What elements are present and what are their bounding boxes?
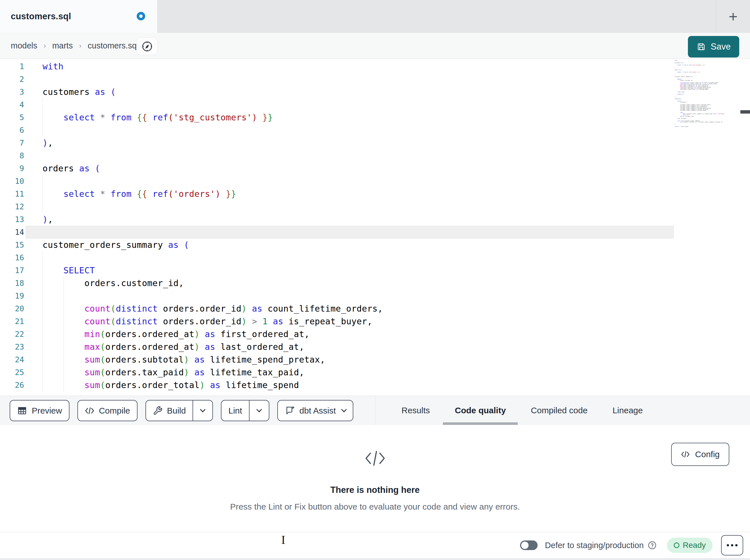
code-icon [681,451,690,458]
dbt-assist-button[interactable]: dbt Assist [277,400,353,421]
line-number: 4 [0,98,24,111]
breadcrumb: models›marts›customers.sql [11,33,138,59]
ide-status-badge[interactable]: Ready [667,538,713,553]
help-icon[interactable] [648,541,657,550]
line-number: 23 [0,340,24,353]
code-line[interactable]: 17 SELECT [0,264,674,277]
save-button[interactable]: Save [688,36,739,58]
code-line[interactable]: 18 orders.customer_id, [0,277,674,290]
breadcrumb-bar: models›marts›customers.sql Save [0,33,750,59]
code-line[interactable]: 16 [0,251,674,264]
tab-lineage[interactable]: Lineage [612,396,644,425]
code-line[interactable]: 21 count(distinct orders.order_id) > 1 a… [0,315,674,328]
navigate-file-button[interactable] [136,37,158,55]
defer-label: Defer to staging/production [545,541,644,550]
assist-icon [285,406,295,416]
compass-icon [141,40,153,53]
code-line[interactable]: 12 [0,200,674,213]
scrollbar-thumb[interactable] [741,110,750,113]
code-line[interactable]: 9orders as ( [0,162,674,175]
breadcrumb-item-marts: marts [52,41,73,50]
indent-guide [63,290,64,302]
lint-button[interactable]: Lint [221,400,269,421]
chevron-down-icon [256,407,262,412]
code-icon [85,407,94,415]
config-button[interactable]: Config [671,443,729,466]
indent-guide [42,175,43,188]
more-options-button[interactable] [721,535,743,556]
line-number: 19 [0,290,24,302]
wrench-icon [153,406,162,416]
code-line[interactable]: 14 [0,226,674,238]
save-button-label: Save [711,42,731,52]
code-line[interactable]: 22 min(orders.ordered_at) as first_order… [0,328,674,340]
table-icon [17,406,27,416]
active-line-highlight [25,226,674,238]
code-line[interactable]: 15customer_orders_summary as ( [0,238,674,251]
compile-button[interactable]: Compile [77,400,138,421]
line-number: 17 [0,264,24,277]
code-line[interactable]: 24 sum(orders.subtotal) as lifetime_spen… [0,353,674,366]
code-line[interactable]: 2 [0,73,674,86]
code-editor[interactable]: 1with23customers as (45 select * from {{… [0,59,750,396]
unsaved-changes-dot-icon [137,12,145,20]
chevron-down-icon [341,407,347,412]
ellipsis-icon [727,544,729,546]
code-text: sum(orders.subtotal) as lifetime_spend_p… [42,353,325,366]
status-bar: Defer to staging/production Ready [0,532,750,558]
empty-state-subtitle: Press the Lint or Fix button above to ev… [0,502,750,512]
line-number: 15 [0,238,24,251]
lint-dropdown-button[interactable] [249,400,269,421]
code-line[interactable]: 3customers as ( [0,86,674,98]
code-text: customer_orders_summary as ( [42,238,189,251]
code-text: with [42,60,63,73]
line-number: 13 [0,213,24,226]
line-number: 24 [0,353,24,366]
code-line[interactable]: 19 [0,290,674,302]
result-panel-tabs: ResultsCode qualityCompiled codeLineage [401,396,644,425]
code-line[interactable]: 5 select * from {{ ref('stg_customers') … [0,111,674,124]
code-line[interactable]: 7), [0,137,674,149]
tab-results[interactable]: Results [401,396,430,425]
line-number: 2 [0,73,24,86]
minimap[interactable]: with customers as ( select * from {{ ref… [675,60,741,127]
editor-toolbar: PreviewCompileBuildLintdbt Assist Result… [0,396,750,425]
status-label: Ready [683,541,706,550]
text-cursor-pointer-icon: I [281,533,285,547]
line-number: 25 [0,366,24,379]
code-text: orders as ( [42,162,100,175]
dbt-assist-label: dbt Assist [299,406,336,416]
file-tab-customers-sql[interactable]: customers.sql [0,0,158,33]
line-number: 9 [0,162,24,175]
code-line[interactable]: 13), [0,213,674,226]
code-line[interactable]: 1with [0,60,674,73]
build-dropdown-button[interactable] [193,400,212,421]
code-text: ), [42,137,53,149]
code-text: sum(orders.tax_paid) as lifetime_tax_pai… [42,366,304,379]
line-number: 14 [0,226,24,238]
code-lines: 1with23customers as (45 select * from {{… [0,60,674,392]
minimap-line: select * from joined [675,126,741,127]
tab-compiled-code[interactable]: Compiled code [530,396,588,425]
code-line[interactable]: 20 count(distinct orders.order_id) as co… [0,302,674,315]
code-text: sum(orders.order_total) as lifetime_spen… [42,379,299,392]
line-number: 7 [0,137,24,149]
defer-toggle[interactable] [520,540,538,550]
preview-button[interactable]: Preview [9,400,70,421]
build-button[interactable]: Build [145,400,213,421]
line-number: 10 [0,175,24,188]
code-line[interactable]: 26 sum(orders.order_total) as lifetime_s… [0,379,674,392]
new-tab-button[interactable]: + [716,0,750,33]
code-line[interactable]: 4 [0,98,674,111]
dbt-ide-window: customers.sql + models›marts›customers.s… [0,0,750,560]
code-line[interactable]: 25 sum(orders.tax_paid) as lifetime_tax_… [0,366,674,379]
tab-code-quality[interactable]: Code quality [454,396,507,425]
code-line[interactable]: 8 [0,149,674,162]
code-line[interactable]: 23 max(orders.ordered_at) as last_ordere… [0,340,674,353]
code-text: select * from {{ ref('orders') }} [42,188,236,200]
code-line[interactable]: 10 [0,175,674,188]
code-line[interactable]: 11 select * from {{ ref('orders') }} [0,188,674,200]
code-line[interactable]: 6 [0,124,674,137]
empty-state-title: There is nothing here [0,485,750,495]
line-number: 5 [0,111,24,124]
